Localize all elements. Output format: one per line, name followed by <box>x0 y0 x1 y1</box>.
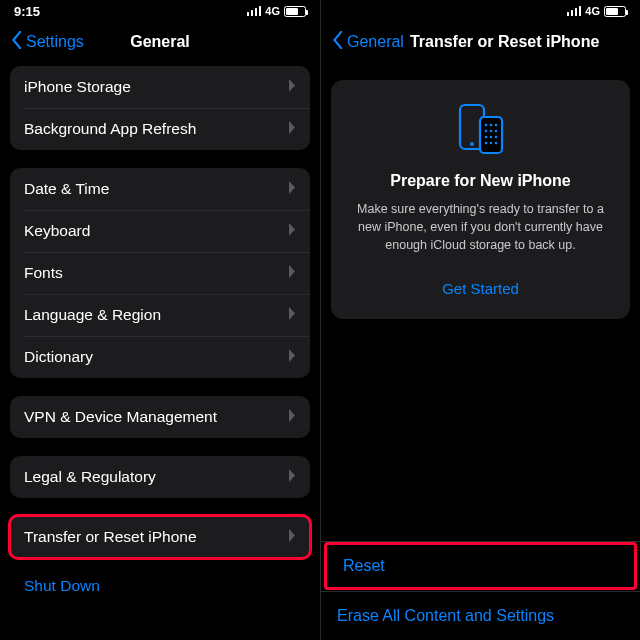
chevron-left-icon <box>331 31 345 53</box>
reset-highlight: Reset <box>324 542 637 590</box>
back-button[interactable]: General <box>327 27 408 57</box>
row-label: iPhone Storage <box>24 78 131 96</box>
row-date-time[interactable]: Date & Time <box>10 168 310 210</box>
svg-point-6 <box>484 130 487 133</box>
row-iphone-storage[interactable]: iPhone Storage <box>10 66 310 108</box>
status-bar: 9:15 4G <box>0 0 320 22</box>
settings-group-transfer-reset: Transfer or Reset iPhone <box>10 516 310 558</box>
card-body: Make sure everything's ready to transfer… <box>349 200 612 254</box>
svg-point-10 <box>489 136 492 139</box>
svg-point-11 <box>494 136 497 139</box>
chevron-right-icon <box>288 468 296 486</box>
chevron-right-icon <box>288 264 296 282</box>
prepare-card: Prepare for New iPhone Make sure everyth… <box>331 80 630 319</box>
page-title: Transfer or Reset iPhone <box>410 33 599 51</box>
get-started-button[interactable]: Get Started <box>432 274 529 303</box>
chevron-right-icon <box>288 222 296 240</box>
shutdown-wrap: Shut Down <box>10 564 310 608</box>
chevron-right-icon <box>288 408 296 426</box>
card-title: Prepare for New iPhone <box>349 172 612 190</box>
row-legal-regulatory[interactable]: Legal & Regulatory <box>10 456 310 498</box>
status-time: 9:15 <box>14 4 40 19</box>
battery-icon <box>284 6 306 17</box>
row-erase-all[interactable]: Erase All Content and Settings <box>321 592 640 640</box>
back-label: General <box>347 33 404 51</box>
chevron-right-icon <box>288 120 296 138</box>
settings-group-legal: Legal & Regulatory <box>10 456 310 498</box>
battery-icon <box>604 6 626 17</box>
chevron-right-icon <box>288 78 296 96</box>
row-label: Transfer or Reset iPhone <box>24 528 197 546</box>
row-label: Background App Refresh <box>24 120 196 138</box>
row-reset[interactable]: Reset <box>327 545 634 587</box>
nav-bar: Settings General <box>0 22 320 62</box>
row-label: Legal & Regulatory <box>24 468 156 486</box>
devices-icon <box>349 102 612 156</box>
row-language-region[interactable]: Language & Region <box>10 294 310 336</box>
row-label: Keyboard <box>24 222 90 240</box>
back-button[interactable]: Settings <box>6 27 88 57</box>
svg-point-13 <box>489 142 492 145</box>
row-background-app-refresh[interactable]: Background App Refresh <box>10 108 310 150</box>
settings-group-storage: iPhone Storage Background App Refresh <box>10 66 310 150</box>
signal-icon <box>567 6 582 16</box>
row-label: Dictionary <box>24 348 93 366</box>
svg-point-5 <box>494 124 497 127</box>
svg-point-4 <box>489 124 492 127</box>
row-label: Date & Time <box>24 180 109 198</box>
svg-point-8 <box>494 130 497 133</box>
chevron-right-icon <box>288 528 296 546</box>
row-transfer-or-reset-iphone[interactable]: Transfer or Reset iPhone <box>10 516 310 558</box>
row-shut-down[interactable]: Shut Down <box>10 564 310 608</box>
settings-group-locale: Date & Time Keyboard Fonts Language & Re… <box>10 168 310 378</box>
svg-point-9 <box>484 136 487 139</box>
chevron-right-icon <box>288 306 296 324</box>
bottom-actions: Reset Erase All Content and Settings <box>321 541 640 640</box>
phone-transfer-reset: 9:15 4G General Transfer or Reset iPhone <box>320 0 640 640</box>
settings-group-vpn: VPN & Device Management <box>10 396 310 438</box>
row-label: Language & Region <box>24 306 161 324</box>
chevron-left-icon <box>10 31 24 53</box>
phone-general-settings: 9:15 4G Settings General iPhone Storage <box>0 0 320 640</box>
status-bar: 9:15 4G <box>321 0 640 22</box>
row-label: Reset <box>343 557 385 575</box>
svg-point-3 <box>484 124 487 127</box>
chevron-right-icon <box>288 180 296 198</box>
network-label: 4G <box>585 5 600 17</box>
svg-point-14 <box>494 142 497 145</box>
row-fonts[interactable]: Fonts <box>10 252 310 294</box>
row-label: Fonts <box>24 264 63 282</box>
row-label: Shut Down <box>24 577 100 595</box>
row-dictionary[interactable]: Dictionary <box>10 336 310 378</box>
back-label: Settings <box>26 33 84 51</box>
svg-rect-2 <box>480 117 502 153</box>
svg-point-7 <box>489 130 492 133</box>
nav-bar: General Transfer or Reset iPhone <box>321 22 640 62</box>
row-keyboard[interactable]: Keyboard <box>10 210 310 252</box>
row-label: VPN & Device Management <box>24 408 217 426</box>
svg-point-1 <box>470 142 474 146</box>
signal-icon <box>247 6 262 16</box>
row-vpn-device-management[interactable]: VPN & Device Management <box>10 396 310 438</box>
chevron-right-icon <box>288 348 296 366</box>
row-label: Erase All Content and Settings <box>337 607 554 625</box>
network-label: 4G <box>265 5 280 17</box>
svg-point-12 <box>484 142 487 145</box>
